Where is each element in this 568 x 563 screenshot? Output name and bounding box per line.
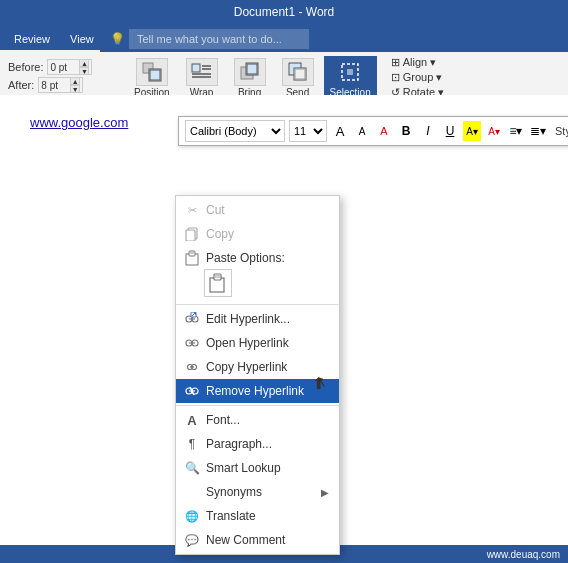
font-size-selector[interactable]: 11 — [289, 120, 327, 142]
styles-button[interactable]: Styles — [551, 123, 568, 139]
title-text: Document1 - Word — [234, 5, 334, 19]
synonyms-arrow: ▶ — [321, 487, 329, 498]
separator-1 — [176, 304, 339, 305]
after-down[interactable]: ▼ — [70, 85, 80, 93]
context-menu-edit-hyperlink[interactable]: Edit Hyperlink... — [176, 307, 339, 331]
title-bar: Document1 - Word — [0, 0, 568, 24]
format-toolbar: Calibri (Body) 11 A A A B I U A▾ A▾ ≡▾ ≣… — [178, 116, 568, 146]
grow-font-button[interactable]: A — [331, 121, 349, 141]
svg-rect-3 — [192, 64, 200, 72]
font-color-button[interactable]: A▾ — [485, 121, 503, 141]
tab-review[interactable]: Review — [4, 28, 60, 50]
spacing-before-row: Before: 0 pt ▲ ▼ — [8, 59, 92, 75]
context-menu-smart-lookup[interactable]: 🔍 Smart Lookup — [176, 456, 339, 480]
send-icon — [282, 58, 314, 86]
separator-2 — [176, 405, 339, 406]
font-icon: A — [184, 412, 200, 428]
underline-button[interactable]: U — [441, 121, 459, 141]
spacing-after-input[interactable]: 8 pt ▲ ▼ — [38, 77, 83, 93]
change-case-button[interactable]: A — [375, 121, 393, 141]
ribbon-buttons-group: Position Wrap Br — [128, 56, 377, 100]
shrink-font-button[interactable]: A — [353, 121, 371, 141]
ribbon-right-group: ⊞ Align ▾ ⊡ Group ▾ ↺ Rotate ▾ — [391, 56, 444, 99]
spacing-after-row: After: 8 pt ▲ ▼ — [8, 77, 92, 93]
paragraph-icon: ¶ — [184, 436, 200, 452]
ribbon-tabs: Review View 💡 — [0, 24, 568, 50]
svg-rect-2 — [150, 70, 160, 80]
svg-rect-23 — [215, 275, 220, 278]
cut-icon: ✂ — [184, 202, 200, 218]
tab-view[interactable]: View — [60, 28, 104, 50]
after-up[interactable]: ▲ — [70, 77, 80, 85]
translate-icon: 🌐 — [184, 508, 200, 524]
spacing-before-input[interactable]: 0 pt ▲ ▼ — [47, 59, 92, 75]
align-button[interactable]: ⊞ Align ▾ — [391, 56, 444, 69]
context-menu-synonyms[interactable]: Synonyms ▶ — [176, 480, 339, 504]
svg-rect-13 — [295, 69, 305, 79]
svg-rect-15 — [347, 69, 353, 75]
spacing-after-label: After: — [8, 79, 34, 91]
synonyms-icon — [184, 484, 200, 500]
copy-icon — [184, 226, 200, 242]
position-button[interactable]: Position — [128, 56, 176, 100]
remove-hyperlink-icon — [184, 383, 200, 399]
context-menu-open-hyperlink[interactable]: Open Hyperlink — [176, 331, 339, 355]
position-icon — [136, 58, 168, 86]
open-hyperlink-icon — [184, 335, 200, 351]
spacing-before-label: Before: — [8, 61, 43, 73]
bold-button[interactable]: B — [397, 121, 415, 141]
paste-icon-row — [176, 266, 339, 302]
edit-hyperlink-icon — [184, 311, 200, 327]
tell-me-bar: 💡 — [100, 26, 568, 52]
selection-icon — [334, 58, 366, 86]
selection-button[interactable]: Selection — [324, 56, 377, 100]
bring-icon — [234, 58, 266, 86]
after-spinners: ▲ ▼ — [70, 77, 80, 93]
highlight-button[interactable]: A▾ — [463, 121, 481, 141]
italic-button[interactable]: I — [419, 121, 437, 141]
new-comment-icon: 💬 — [184, 532, 200, 548]
bullets-button[interactable]: ≡▾ — [507, 121, 525, 141]
font-selector[interactable]: Calibri (Body) — [185, 120, 285, 142]
before-down[interactable]: ▼ — [79, 67, 89, 75]
context-menu-paragraph[interactable]: ¶ Paragraph... — [176, 432, 339, 456]
numbering-button[interactable]: ≣▾ — [529, 121, 547, 141]
context-menu-font[interactable]: A Font... — [176, 408, 339, 432]
lightbulb-icon: 💡 — [110, 32, 125, 46]
before-up[interactable]: ▲ — [79, 59, 89, 67]
context-menu-paste-options-header: Paste Options: — [176, 246, 339, 266]
context-menu-new-comment[interactable]: 💬 New Comment — [176, 528, 339, 552]
paste-icon-button[interactable] — [204, 269, 232, 297]
wrap-icon — [186, 58, 218, 86]
group-button[interactable]: ⊡ Group ▾ — [391, 71, 444, 84]
context-menu-translate[interactable]: 🌐 Translate — [176, 504, 339, 528]
svg-rect-20 — [190, 252, 194, 254]
context-menu-copy[interactable]: Copy — [176, 222, 339, 246]
align-icon: ⊞ — [391, 56, 400, 69]
svg-rect-10 — [247, 64, 257, 74]
paste-header-icon — [184, 250, 200, 266]
hyperlink-text[interactable]: www.google.com — [30, 115, 128, 130]
tell-me-input[interactable] — [129, 29, 309, 49]
send-button[interactable]: Send — [276, 56, 320, 100]
before-spinners: ▲ ▼ — [79, 59, 89, 75]
watermark: www.deuaq.com — [487, 549, 560, 560]
copy-hyperlink-icon — [184, 359, 200, 375]
group-icon: ⊡ — [391, 71, 400, 84]
context-menu-cut[interactable]: ✂ Cut — [176, 198, 339, 222]
smart-lookup-icon: 🔍 — [184, 460, 200, 476]
svg-rect-17 — [186, 230, 195, 241]
bring-button[interactable]: Bring — [228, 56, 272, 100]
wrap-button[interactable]: Wrap — [180, 56, 224, 100]
